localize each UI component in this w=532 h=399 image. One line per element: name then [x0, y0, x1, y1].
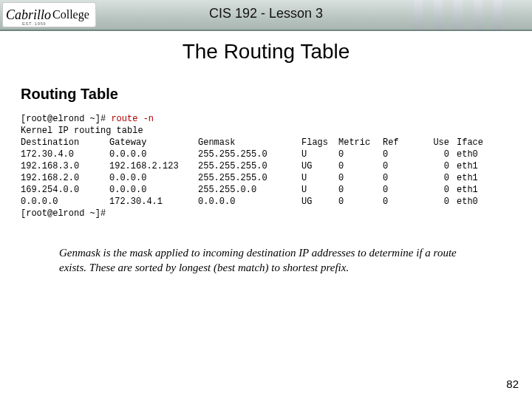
cell-metric: 0 — [338, 149, 383, 160]
slide-title: The Routing Table — [0, 40, 532, 64]
cell-destination: 172.30.4.0 — [21, 149, 109, 160]
cell-ref: 0 — [383, 149, 420, 160]
cell-gateway: 0.0.0.0 — [109, 149, 198, 160]
terminal-output: [root@elrond ~]# route -n Kernel IP rout… — [21, 113, 532, 219]
table-row: 192.168.2.0 0.0.0.0 255.255.255.0 U 0 0 … — [21, 172, 532, 184]
cell-metric: 0 — [338, 160, 383, 172]
prompt-prefix: [root@elrond ~]# — [21, 114, 111, 124]
hdr-flags: Flags — [301, 137, 338, 149]
table-row: 0.0.0.0 172.30.4.1 0.0.0.0 UG 0 0 0 eth0 — [21, 196, 532, 208]
route-command: route -n — [111, 114, 154, 124]
cell-use: 0 — [420, 149, 449, 160]
logo-est-text: EST. 1959 — [22, 21, 46, 26]
page-number: 82 — [506, 378, 519, 390]
terminal-prompt-line: [root@elrond ~]# route -n — [21, 113, 532, 125]
hdr-destination: Destination — [21, 137, 109, 149]
cell-iface: eth0 — [457, 149, 494, 160]
cell-gateway: 0.0.0.0 — [109, 184, 198, 196]
hdr-iface: Iface — [457, 137, 494, 149]
cell-destination: 0.0.0.0 — [21, 196, 109, 208]
cell-flags: U — [301, 172, 338, 184]
cell-metric: 0 — [338, 172, 383, 184]
course-title: CIS 192 - Lesson 3 — [0, 6, 532, 21]
cell-flags: U — [301, 184, 338, 196]
cell-ref: 0 — [383, 196, 420, 208]
cell-gateway: 192.168.2.123 — [109, 160, 198, 172]
cell-iface: eth1 — [457, 172, 494, 184]
cell-gateway: 0.0.0.0 — [109, 172, 198, 184]
cell-genmask: 255.255.255.0 — [198, 160, 294, 172]
cell-use: 0 — [420, 172, 449, 184]
cell-use: 0 — [420, 196, 449, 208]
cell-use: 0 — [420, 184, 449, 196]
cell-flags: U — [301, 149, 338, 160]
cell-gateway: 172.30.4.1 — [109, 196, 198, 208]
cell-genmask: 255.255.255.0 — [198, 149, 294, 160]
cell-genmask: 0.0.0.0 — [198, 196, 294, 208]
cell-genmask: 255.255.255.0 — [198, 172, 294, 184]
hdr-use: Use — [420, 137, 449, 149]
table-header-row: Destination Gateway Genmask Flags Metric… — [21, 137, 532, 149]
cell-destination: 192.168.2.0 — [21, 172, 109, 184]
hdr-metric: Metric — [338, 137, 383, 149]
terminal-prompt-end: [root@elrond ~]# — [21, 208, 532, 219]
cell-iface: eth0 — [457, 196, 494, 208]
explanation-text: Genmask is the mask applied to incoming … — [59, 246, 480, 275]
cell-flags: UG — [301, 196, 338, 208]
cell-use: 0 — [420, 160, 449, 172]
kernel-line: Kernel IP routing table — [21, 125, 532, 137]
hdr-genmask: Genmask — [198, 137, 294, 149]
cell-metric: 0 — [338, 196, 383, 208]
hdr-gateway: Gateway — [109, 137, 198, 149]
cell-ref: 0 — [383, 172, 420, 184]
cell-flags: UG — [301, 160, 338, 172]
cell-ref: 0 — [383, 160, 420, 172]
cell-destination: 192.168.3.0 — [21, 160, 109, 172]
cell-metric: 0 — [338, 184, 383, 196]
cell-iface: eth1 — [457, 184, 494, 196]
table-row: 192.168.3.0 192.168.2.123 255.255.255.0 … — [21, 160, 532, 172]
cell-ref: 0 — [383, 184, 420, 196]
hdr-ref: Ref — [383, 137, 420, 149]
cell-destination: 169.254.0.0 — [21, 184, 109, 196]
cell-genmask: 255.255.0.0 — [198, 184, 294, 196]
cell-iface: eth1 — [457, 160, 494, 172]
slide-header: Cabrillo College EST. 1959 CIS 192 - Les… — [0, 0, 532, 31]
table-row: 172.30.4.0 0.0.0.0 255.255.255.0 U 0 0 0… — [21, 149, 532, 160]
table-row: 169.254.0.0 0.0.0.0 255.255.0.0 U 0 0 0 … — [21, 184, 532, 196]
section-heading: Routing Table — [21, 86, 532, 103]
